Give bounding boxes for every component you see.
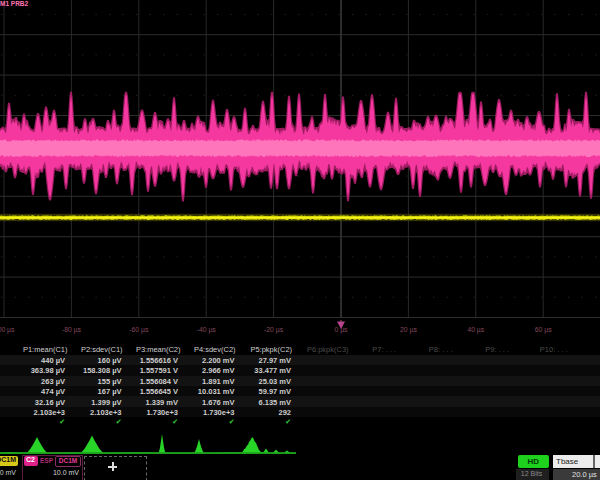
svg-text:60 µs: 60 µs xyxy=(535,326,552,334)
svg-text:-60 µs: -60 µs xyxy=(129,326,149,334)
svg-text:-40 µs: -40 µs xyxy=(197,326,217,334)
svg-text:20 µs: 20 µs xyxy=(400,326,417,334)
svg-text:-100 µs: -100 µs xyxy=(0,326,15,334)
svg-text:-20 µs: -20 µs xyxy=(264,326,284,334)
svg-text:-80 µs: -80 µs xyxy=(62,326,82,334)
svg-text:40 µs: 40 µs xyxy=(467,326,484,334)
